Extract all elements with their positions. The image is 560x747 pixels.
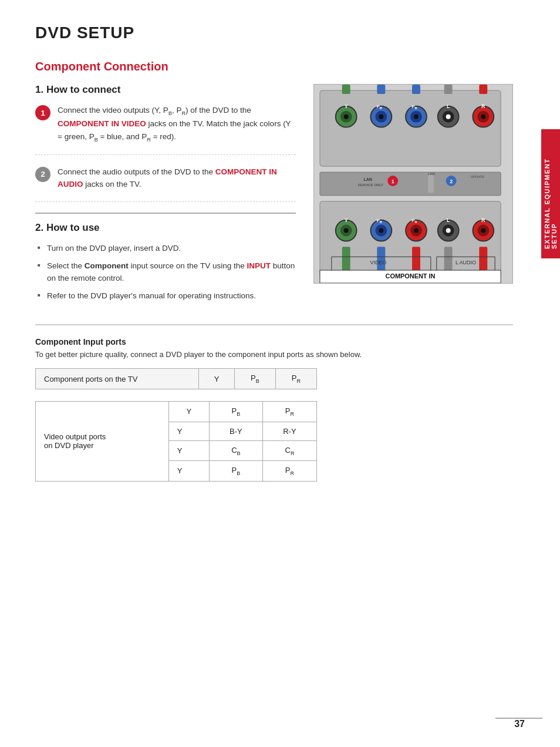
svg-text:L: L (447, 217, 450, 223)
svg-text:Y: Y (345, 103, 348, 109)
dvd-r4-y: Y (168, 461, 209, 482)
svg-rect-32 (428, 175, 434, 193)
svg-text:LAN: LAN (364, 177, 372, 181)
dvd-r4-pb: PB (209, 461, 262, 482)
dvd-r3-cr: CR (262, 440, 316, 461)
tv-col-y: Y (199, 369, 235, 389)
svg-point-10 (414, 115, 419, 119)
step-2-item: 2 Connect the audio outputs of the DVD t… (35, 166, 296, 202)
page-container: EXTERNAL EQUIPMENT SETUP DVD SETUP Compo… (0, 0, 560, 747)
side-tab: EXTERNAL EQUIPMENT SETUP (541, 129, 560, 258)
svg-rect-20 (444, 85, 453, 94)
diagram-box: LAN SERVICE ONLY 1 2 LINK PG UPDATE (313, 84, 513, 284)
dvd-r1-pr: PR (262, 401, 316, 422)
svg-point-16 (481, 115, 485, 119)
svg-rect-1 (320, 90, 501, 166)
step-1-text: Connect the video outputs (Y, PB, PR) of… (58, 104, 296, 144)
dvd-r2-ry: R-Y (262, 422, 316, 440)
svg-point-48 (481, 228, 485, 233)
step-2-text: Connect the audio outputs of the DVD to … (58, 166, 296, 191)
tv-ports-table: Component ports on the TV Y PB PR (35, 368, 317, 389)
how-to-use-item-2: Select the Component input source on the… (38, 260, 296, 285)
how-to-use-item-1: Turn on the DVD player, insert a DVD. (38, 242, 296, 255)
dvd-r3-y: Y (168, 440, 209, 461)
svg-point-36 (344, 228, 349, 233)
dvd-label-cell: Video output portson DVD player (36, 401, 169, 481)
sub-heading-connect: 1. How to connect (35, 84, 296, 96)
connection-diagram: LAN SERVICE ONLY 1 2 LINK PG UPDATE (314, 85, 512, 283)
step-2-highlight: COMPONENT IN AUDIO (58, 167, 277, 189)
step-2-circle: 2 (35, 167, 50, 182)
svg-text:R: R (481, 103, 485, 109)
svg-point-42 (414, 228, 419, 233)
how-to-use-list: Turn on the DVD player, insert a DVD. Se… (35, 242, 296, 302)
how-to-use-item-3: Refer to the DVD player's manual for ope… (38, 290, 296, 302)
instructions-col: 1. How to connect 1 Connect the video ou… (35, 84, 296, 307)
dvd-ports-table: Video output portson DVD player Y PB PR … (35, 401, 317, 482)
tv-col-pr: PR (275, 369, 316, 389)
svg-point-13 (446, 115, 451, 119)
svg-text:UPDATE: UPDATE (470, 175, 484, 179)
svg-text:L AUDIO: L AUDIO (456, 260, 476, 265)
diagram-col: LAN SERVICE ONLY 1 2 LINK PG UPDATE (313, 84, 513, 307)
svg-text:1: 1 (392, 179, 394, 184)
svg-text:L: L (447, 103, 450, 109)
ports-title: Component Input ports (35, 337, 513, 346)
svg-rect-17 (342, 85, 350, 94)
svg-rect-21 (479, 85, 487, 94)
section-heading: Component Connection (35, 60, 513, 73)
tv-ports-row: Component ports on the TV Y PB PR (36, 369, 317, 389)
dvd-r1-pb: PB (209, 401, 262, 422)
svg-point-39 (379, 228, 383, 233)
step-1-item: 1 Connect the video outputs (Y, PB, PR) … (35, 104, 296, 155)
dvd-r2-y: Y (168, 422, 209, 440)
svg-text:Y: Y (345, 217, 348, 223)
connection-layout: 1. How to connect 1 Connect the video ou… (35, 84, 513, 307)
sub-heading-use: 2. How to use (35, 213, 296, 234)
page-title: DVD SETUP (35, 23, 513, 42)
dvd-row-1: Video output portson DVD player Y PB PR (36, 401, 317, 422)
dvd-r2-by: B-Y (209, 422, 262, 440)
svg-rect-19 (412, 85, 420, 94)
svg-point-4 (344, 115, 349, 119)
how-to-use-section: 2. How to use Turn on the DVD player, in… (35, 213, 296, 302)
svg-text:SERVICE ONLY: SERVICE ONLY (358, 183, 383, 187)
ports-section: Component Input ports To get better pict… (35, 324, 513, 481)
tv-row-label: Component ports on the TV (36, 369, 199, 389)
svg-text:R: R (481, 217, 485, 223)
side-tab-label: EXTERNAL EQUIPMENT SETUP (544, 139, 558, 249)
tv-col-pb: PB (234, 369, 275, 389)
svg-point-45 (446, 228, 451, 233)
svg-point-7 (379, 115, 383, 119)
svg-text:2: 2 (450, 179, 453, 184)
ports-subtitle: To get better picture quality, connect a… (35, 350, 513, 359)
svg-rect-18 (377, 85, 385, 94)
step-1-circle: 1 (35, 105, 50, 120)
svg-text:VIDEO: VIDEO (370, 260, 386, 265)
svg-text:COMPONENT IN: COMPONENT IN (386, 272, 436, 280)
dvd-r1-y: Y (168, 401, 209, 422)
step-1-highlight: COMPONENT IN VIDEO (58, 119, 146, 128)
dvd-r4-pr: PR (262, 461, 316, 482)
page-number: 37 (514, 719, 525, 729)
content-area: DVD SETUP Component Connection 1. How to… (0, 0, 560, 517)
dvd-r3-cb: CB (209, 440, 262, 461)
